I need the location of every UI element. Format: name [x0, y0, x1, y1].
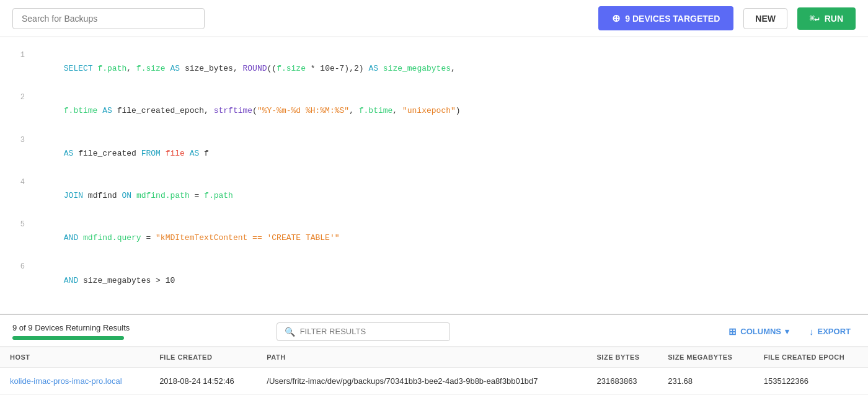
col-header-size-bytes: SIZE BYTES — [587, 347, 658, 367]
search-input[interactable] — [12, 8, 205, 29]
results-info: 9 of 9 Devices Returning Results — [12, 323, 267, 340]
line-number: 2 — [12, 91, 25, 104]
results-count: 9 of 9 Devices Returning Results — [12, 323, 267, 332]
code-line-5: 5 AND mdfind.query = "kMDItemTextContent… — [12, 218, 856, 259]
filter-input[interactable] — [300, 327, 442, 336]
host-cell[interactable]: kolide-imac-pros-imac-pro.local — [0, 367, 149, 394]
code-line-4: 4 JOIN mdfind ON mdfind.path = f.path — [12, 175, 856, 216]
columns-label: COLUMNS — [740, 327, 781, 336]
code-line-1: 1 SELECT f.path, f.size AS size_bytes, R… — [12, 48, 856, 89]
target-icon: ⊕ — [612, 12, 620, 24]
line-number: 5 — [12, 218, 25, 231]
results-section: 9 of 9 Devices Returning Results 🔍 ⊞ COL… — [0, 315, 868, 395]
col-header-host: HOST — [0, 347, 149, 367]
export-label: EXPORT — [818, 327, 851, 336]
filter-search-icon: 🔍 — [285, 327, 295, 337]
file-created-epoch-cell: 1535122366 — [754, 367, 868, 394]
line-number: 3 — [12, 134, 25, 146]
columns-button[interactable]: ⊞ COLUMNS ▾ — [724, 324, 794, 340]
new-button[interactable]: NEW — [743, 8, 787, 29]
progress-bar-background — [12, 336, 124, 340]
col-header-size-megabytes: SIZE MEGABYTES — [658, 347, 753, 367]
code-line-3: 3 AS file_created FROM file AS f — [12, 133, 856, 174]
results-table: HOST FILE CREATED PATH SIZE BYTES SIZE M… — [0, 347, 868, 395]
download-icon: ↓ — [809, 326, 814, 337]
line-number: 1 — [12, 49, 25, 61]
table-row: kolide-imac-pros-imac-pro.local2018-08-2… — [0, 367, 868, 394]
code-line-6: 6 AND size_megabytes > 10 — [12, 260, 856, 301]
columns-icon: ⊞ — [728, 326, 737, 337]
line-number: 4 — [12, 176, 25, 189]
devices-targeted-button[interactable]: ⊕ 9 DEVICES TARGETED — [598, 6, 733, 30]
progress-bar-fill — [12, 336, 124, 340]
filter-input-wrap[interactable]: 🔍 — [277, 322, 450, 341]
results-tbody: kolide-imac-pros-imac-pro.local2018-08-2… — [0, 367, 868, 395]
code-editor[interactable]: 1 SELECT f.path, f.size AS size_bytes, R… — [0, 37, 868, 315]
export-button[interactable]: ↓ EXPORT — [804, 324, 856, 339]
size-bytes-cell: 231683863 — [587, 367, 658, 394]
path-cell: /Users/fritz-imac/dev/pg/backups/70341bb… — [257, 367, 587, 394]
run-button[interactable]: ⌘↵ RUN — [797, 7, 856, 30]
run-icon: ⌘↵ — [810, 14, 820, 23]
header: ⊕ 9 DEVICES TARGETED NEW ⌘↵ RUN — [0, 0, 868, 37]
col-header-path: PATH — [257, 347, 587, 367]
results-header: 9 of 9 Devices Returning Results 🔍 ⊞ COL… — [0, 315, 868, 347]
col-header-file-created-epoch: FILE CREATED EPOCH — [754, 347, 868, 367]
devices-targeted-label: 9 DEVICES TARGETED — [625, 14, 720, 24]
run-label: RUN — [825, 14, 843, 24]
line-number: 6 — [12, 260, 25, 273]
col-header-file-created: FILE CREATED — [149, 347, 257, 367]
size-megabytes-cell: 231.68 — [658, 367, 753, 394]
table-header: HOST FILE CREATED PATH SIZE BYTES SIZE M… — [0, 347, 868, 367]
file-created-cell: 2018-08-24 14:52:46 — [149, 367, 257, 394]
chevron-down-icon: ▾ — [785, 327, 789, 336]
code-line-2: 2 f.btime AS file_created_epoch, strftim… — [12, 91, 856, 131]
